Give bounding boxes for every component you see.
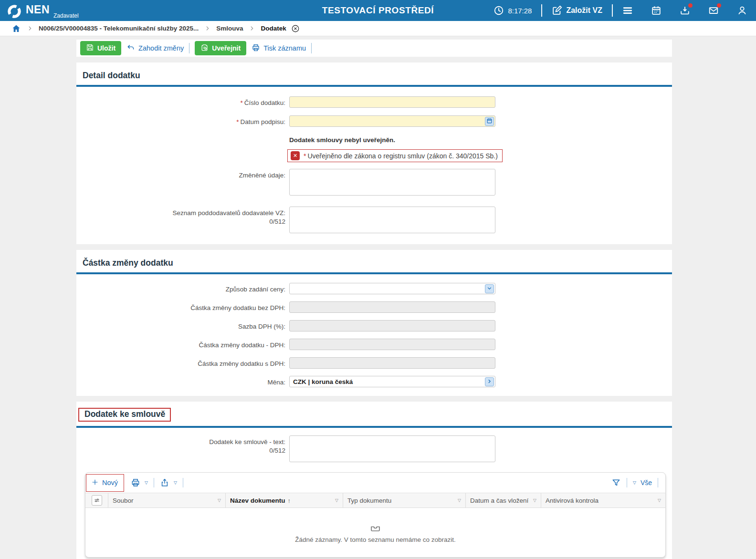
- calendar-icon: [486, 118, 493, 125]
- required-marker: *: [236, 118, 239, 125]
- brand-role-label: Zadavatel: [53, 12, 79, 19]
- download-notification-dot: [688, 3, 693, 8]
- zmenene-udaje-textarea[interactable]: [289, 169, 495, 196]
- bez-dph-input: [289, 301, 495, 313]
- user-profile-button[interactable]: [737, 5, 747, 16]
- dph-input: [289, 339, 495, 350]
- empty-state-text: Žádné záznamy. V tomto seznamu nemáme co…: [295, 536, 456, 543]
- breadcrumb-item-case[interactable]: N006/25/V00004835 - Telekomunikační služ…: [39, 25, 199, 32]
- dodatek-text-textarea[interactable]: [289, 435, 495, 462]
- dph-label: Částka změny dodatku - DPH:: [76, 339, 285, 350]
- main-menu-button[interactable]: [622, 5, 633, 16]
- empty-tray-icon: [369, 522, 382, 534]
- sazba-dph-input: [289, 320, 495, 331]
- toolbar-divider: [189, 43, 189, 53]
- seznam-poddodavatelu-textarea[interactable]: [289, 207, 495, 233]
- publish-button[interactable]: Uveřejnit: [195, 41, 246, 55]
- clock-icon: [494, 5, 504, 16]
- mena-open-button[interactable]: [485, 377, 494, 386]
- toolbar-divider: [658, 478, 658, 487]
- section-castka-zmeny: Částka změny dodatku Způsob zadání ceny:…: [76, 250, 672, 396]
- toolbar-divider: [154, 478, 154, 487]
- column-settings-icon[interactable]: [92, 495, 102, 506]
- home-icon[interactable]: [11, 24, 21, 33]
- section-title-dodatek: Dodatek ke smlouvě: [84, 409, 165, 419]
- nen-brand[interactable]: NEN Zadavatel: [7, 2, 79, 19]
- create-vz-label: Založit VZ: [566, 6, 602, 15]
- zpusob-zadani-label: Způsob zadání ceny:: [76, 283, 285, 294]
- plus-icon: [91, 478, 99, 487]
- chevron-right-icon: [27, 25, 33, 31]
- export-options-dropdown[interactable]: ▽: [174, 480, 177, 485]
- messages-button[interactable]: [708, 5, 719, 16]
- column-filter-icon[interactable]: ▽: [218, 498, 221, 503]
- column-filter-icon[interactable]: ▽: [458, 498, 461, 503]
- breadcrumb-item-amendment[interactable]: Dodatek: [261, 25, 286, 32]
- highlight-box-section-title: Dodatek ke smlouvě: [78, 408, 171, 422]
- zpusob-zadani-input[interactable]: [289, 283, 495, 294]
- person-icon: [737, 5, 747, 16]
- registry-law-validation-box: ✕ *Uveřejněno dle zákona o registru smlu…: [287, 149, 503, 162]
- toolbar-divider: [627, 478, 627, 487]
- print-record-button[interactable]: Tisk záznamu: [252, 43, 306, 53]
- documents-table-panel: Nový ▽ ▽: [85, 472, 666, 558]
- print-table-icon[interactable]: [131, 478, 140, 487]
- save-label: Uložit: [97, 44, 116, 52]
- print-options-dropdown[interactable]: ▽: [145, 480, 148, 485]
- save-button[interactable]: Uložit: [80, 41, 121, 55]
- column-header-antivirova-kontrola[interactable]: Antivirová kontrola ▽: [541, 493, 665, 507]
- column-header-typ-dokumentu[interactable]: Typ dokumentu ▽: [343, 493, 466, 507]
- breadcrumb-item-contract[interactable]: Smlouva: [216, 25, 243, 32]
- topbar-divider: [541, 4, 542, 17]
- column-header-nazev-dokumentu[interactable]: Název dokumentu ↑ ▽: [226, 493, 343, 507]
- section-detail-dodatku: Detail dodatku *Číslo dodatku: *Datum po…: [76, 62, 672, 244]
- date-picker-button[interactable]: [485, 117, 494, 126]
- seznam-char-counter: 0/512: [76, 217, 285, 226]
- topbar-divider: [612, 4, 613, 17]
- new-document-button[interactable]: Nový: [86, 474, 124, 492]
- dodatek-text-char-counter: 0/512: [76, 446, 285, 455]
- top-header-bar: NEN Zadavatel TESTOVACÍ PROSTŘEDÍ 8:17:2…: [0, 0, 756, 21]
- cislo-dodatku-label: *Číslo dodatku:: [76, 96, 285, 107]
- export-icon[interactable]: [160, 478, 169, 487]
- cislo-dodatku-input[interactable]: [289, 96, 495, 108]
- seznam-poddodavatelu-label: Seznam poddodavatelů dodavatele VZ:0/512: [76, 207, 285, 226]
- sort-ascending-icon: ↑: [288, 497, 291, 504]
- create-vz-button[interactable]: Založit VZ: [552, 5, 602, 16]
- error-x-icon: ✕: [291, 151, 300, 160]
- section-title-detail: Detail dodatku: [83, 62, 140, 81]
- record-action-toolbar: Uložit Zahodit změny Uveřejnit Tisk zázn…: [76, 40, 672, 57]
- required-marker: *: [240, 99, 242, 106]
- downloads-button[interactable]: [680, 5, 690, 16]
- column-filter-icon[interactable]: ▽: [335, 498, 338, 503]
- column-header-soubor[interactable]: Soubor ▽: [108, 493, 226, 507]
- close-tab-icon[interactable]: [291, 24, 300, 33]
- save-icon: [86, 43, 94, 53]
- mena-input[interactable]: [289, 376, 495, 387]
- s-dph-input: [289, 357, 495, 369]
- toolbar-divider: [311, 43, 312, 53]
- column-filter-icon[interactable]: ▽: [533, 498, 536, 503]
- sazba-dph-label: Sazba DPH (%):: [76, 320, 285, 331]
- zmenene-udaje-label: Změněné údaje:: [76, 169, 285, 180]
- publish-label: Uveřejnit: [212, 44, 241, 52]
- messages-notification-dot: [717, 3, 721, 8]
- page-content: Uložit Zahodit změny Uveřejnit Tisk zázn…: [0, 36, 756, 559]
- not-published-status-text: Dodatek smlouvy nebyl uveřejněn.: [289, 135, 395, 144]
- zpusob-dropdown-button[interactable]: [485, 284, 494, 293]
- datum-podpisu-input[interactable]: [289, 115, 495, 127]
- discard-changes-button[interactable]: Zahodit změny: [126, 43, 184, 53]
- mena-label: Měna:: [76, 376, 285, 387]
- registry-law-warning-text: *Uveřejněno dle zákona o registru smluv …: [304, 152, 498, 160]
- filter-funnel-icon[interactable]: [611, 478, 621, 487]
- column-header-datum-vlozeni[interactable]: Datum a čas vložení ▽: [466, 493, 541, 507]
- calendar-icon: [651, 5, 662, 16]
- view-scope-dropdown[interactable]: ▽: [633, 480, 636, 485]
- datum-podpisu-label: *Datum podpisu:: [76, 115, 285, 126]
- edit-icon: [552, 5, 562, 16]
- discard-changes-label: Zahodit změny: [138, 44, 184, 52]
- documents-table-empty-state: Žádné záznamy. V tomto seznamu nemáme co…: [85, 508, 665, 557]
- view-all-label[interactable]: Vše: [640, 479, 652, 487]
- calendar-button[interactable]: [651, 5, 662, 16]
- column-filter-icon[interactable]: ▽: [658, 498, 661, 503]
